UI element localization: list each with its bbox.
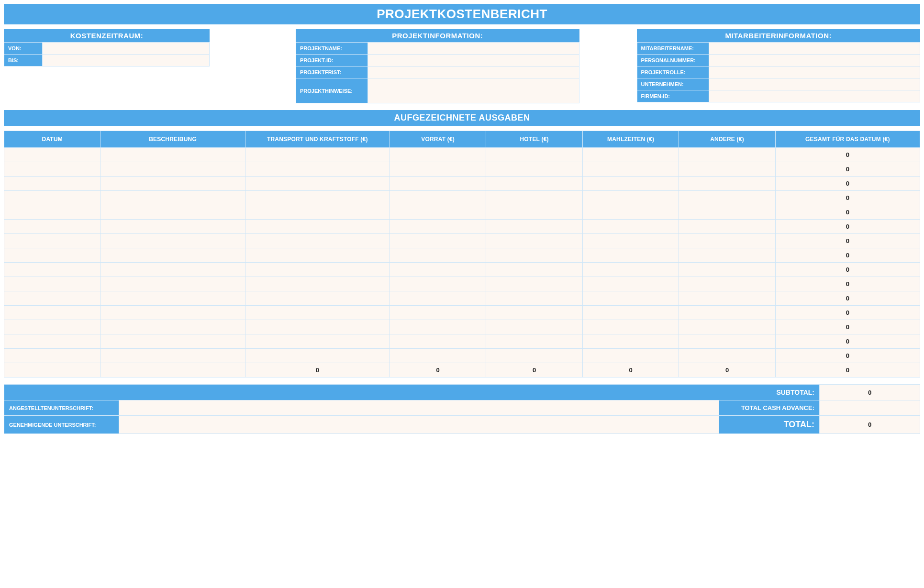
project-name-input[interactable] (368, 43, 579, 55)
expense-cell[interactable] (4, 234, 100, 248)
expense-cell[interactable] (582, 191, 679, 205)
expense-cell[interactable] (100, 162, 245, 177)
expense-cell[interactable] (486, 220, 582, 234)
expense-cell[interactable] (486, 306, 582, 320)
expense-cell[interactable] (486, 320, 582, 334)
expense-cell[interactable] (245, 191, 390, 205)
expense-cell[interactable] (245, 177, 390, 191)
expense-cell[interactable] (245, 320, 390, 334)
expense-cell[interactable] (245, 234, 390, 248)
company-id-input[interactable] (709, 90, 920, 102)
expense-cell[interactable] (100, 191, 245, 205)
expense-cell[interactable] (245, 306, 390, 320)
expense-cell[interactable] (582, 234, 679, 248)
from-input[interactable] (43, 43, 210, 55)
expense-cell[interactable] (486, 291, 582, 306)
expense-cell[interactable] (679, 334, 775, 349)
expense-cell[interactable] (486, 234, 582, 248)
expense-cell[interactable] (100, 177, 245, 191)
expense-cell[interactable] (390, 349, 486, 363)
project-role-input[interactable] (709, 67, 920, 78)
expense-cell[interactable] (486, 349, 582, 363)
expense-cell[interactable] (582, 148, 679, 162)
expense-cell[interactable] (679, 291, 775, 306)
expense-cell[interactable] (679, 191, 775, 205)
expense-cell[interactable] (100, 349, 245, 363)
expense-cell[interactable] (582, 320, 679, 334)
expense-cell[interactable] (679, 234, 775, 248)
expense-cell[interactable] (679, 220, 775, 234)
approver-signature-input[interactable] (119, 416, 719, 434)
expense-cell[interactable] (486, 334, 582, 349)
expense-cell[interactable] (390, 263, 486, 277)
employee-name-input[interactable] (709, 43, 920, 55)
expense-cell[interactable] (486, 191, 582, 205)
expense-cell[interactable] (100, 205, 245, 220)
expense-cell[interactable] (100, 248, 245, 263)
expense-cell[interactable] (390, 320, 486, 334)
expense-cell[interactable] (4, 291, 100, 306)
expense-cell[interactable] (4, 191, 100, 205)
expense-cell[interactable] (486, 205, 582, 220)
expense-cell[interactable] (486, 277, 582, 291)
expense-cell[interactable] (245, 148, 390, 162)
expense-cell[interactable] (245, 349, 390, 363)
expense-cell[interactable] (486, 148, 582, 162)
expense-cell[interactable] (4, 334, 100, 349)
to-input[interactable] (43, 55, 210, 67)
expense-cell[interactable] (100, 334, 245, 349)
expense-cell[interactable] (390, 205, 486, 220)
expense-cell[interactable] (390, 148, 486, 162)
expense-cell[interactable] (679, 349, 775, 363)
expense-cell[interactable] (4, 205, 100, 220)
expense-cell[interactable] (679, 148, 775, 162)
expense-cell[interactable] (100, 306, 245, 320)
expense-cell[interactable] (100, 234, 245, 248)
personnel-number-input[interactable] (709, 55, 920, 67)
expense-cell[interactable] (390, 248, 486, 263)
expense-cell[interactable] (582, 248, 679, 263)
expense-cell[interactable] (486, 162, 582, 177)
expense-cell[interactable] (679, 320, 775, 334)
expense-cell[interactable] (486, 177, 582, 191)
expense-cell[interactable] (245, 162, 390, 177)
expense-cell[interactable] (245, 263, 390, 277)
expense-cell[interactable] (4, 320, 100, 334)
expense-cell[interactable] (100, 320, 245, 334)
employee-signature-input[interactable] (119, 400, 719, 416)
expense-cell[interactable] (390, 277, 486, 291)
expense-cell[interactable] (582, 306, 679, 320)
expense-cell[interactable] (390, 177, 486, 191)
expense-cell[interactable] (679, 306, 775, 320)
expense-cell[interactable] (582, 334, 679, 349)
expense-cell[interactable] (390, 220, 486, 234)
expense-cell[interactable] (245, 248, 390, 263)
expense-cell[interactable] (582, 205, 679, 220)
expense-cell[interactable] (582, 177, 679, 191)
expense-cell[interactable] (4, 248, 100, 263)
expense-cell[interactable] (582, 162, 679, 177)
expense-cell[interactable] (679, 277, 775, 291)
expense-cell[interactable] (100, 263, 245, 277)
expense-cell[interactable] (390, 162, 486, 177)
expense-cell[interactable] (679, 177, 775, 191)
company-input[interactable] (709, 78, 920, 90)
expense-cell[interactable] (245, 334, 390, 349)
expense-cell[interactable] (100, 220, 245, 234)
expense-cell[interactable] (100, 291, 245, 306)
expense-cell[interactable] (582, 263, 679, 277)
expense-cell[interactable] (582, 220, 679, 234)
expense-cell[interactable] (390, 234, 486, 248)
expense-cell[interactable] (4, 263, 100, 277)
expense-cell[interactable] (4, 162, 100, 177)
expense-cell[interactable] (4, 349, 100, 363)
cash-advance-value[interactable] (820, 400, 920, 416)
expense-cell[interactable] (100, 148, 245, 162)
expense-cell[interactable] (486, 248, 582, 263)
expense-cell[interactable] (486, 263, 582, 277)
expense-cell[interactable] (679, 162, 775, 177)
expense-cell[interactable] (245, 220, 390, 234)
expense-cell[interactable] (679, 248, 775, 263)
expense-cell[interactable] (582, 291, 679, 306)
expense-cell[interactable] (390, 334, 486, 349)
